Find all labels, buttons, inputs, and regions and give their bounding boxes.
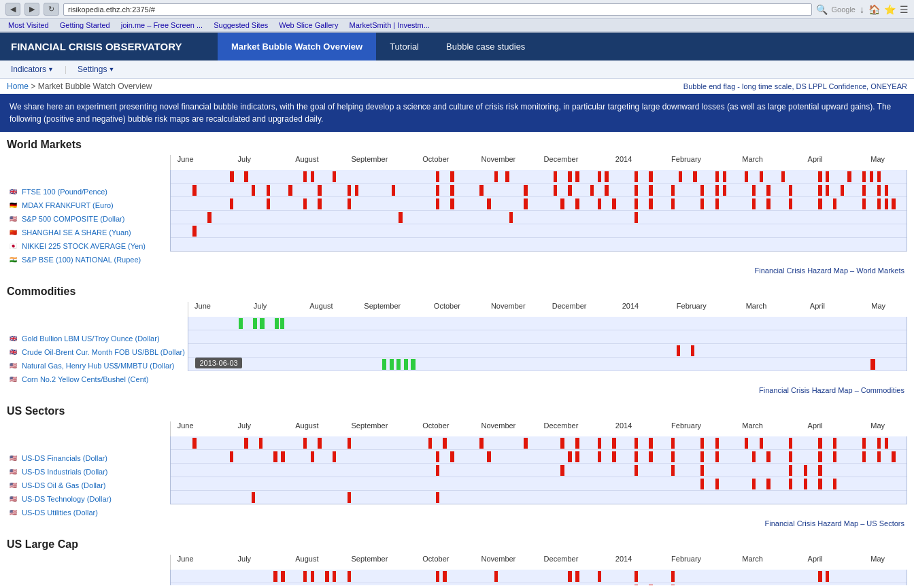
row-label-utilities[interactable]: 🇺🇸US-DS Utilities (Dollar) (7, 506, 170, 519)
world-markets-heatmap (170, 170, 907, 252)
nav-market-bubble[interactable]: Market Bubble Watch Overview (218, 33, 376, 60)
bookmark-most-visited[interactable]: Most Visited (4, 20, 53, 30)
timeline-header-lc: June July August September October Novem… (170, 555, 907, 570)
us-sectors-heatmap (170, 436, 907, 504)
heatmap-row-sp500 (171, 197, 907, 211)
row-label-spbse[interactable]: 🇮🇳S&P BSE (100) NATIONAL (Rupee) (7, 253, 170, 266)
row-label-technology[interactable]: 🇺🇸US-DS Technology (Dollar) (7, 492, 170, 506)
indicators-label: Indicators (11, 65, 46, 74)
commodities-section: Commodities 🇬🇧Gold Bullion LBM US/Troy O… (0, 279, 914, 394)
us-sectors-chart: 🇺🇸US-DS Financials (Dollar) 🇺🇸US-DS Indu… (7, 421, 907, 528)
world-markets-grid: June July August September October Novem… (170, 155, 907, 266)
heatmap-row-oil (188, 330, 907, 344)
commodities-chart: 🇬🇧Gold Bullion LBM US/Troy Ounce (Dollar… (7, 302, 907, 394)
us-large-cap-grid: June July August September October Novem… (170, 555, 907, 585)
us-large-cap-chart: 🇺🇸BANK OF AMERICA (Dollar) 🇺🇸GENERAL ELE… (7, 555, 907, 585)
us-sectors-grid: June July August September October Novem… (170, 421, 907, 519)
bookmark-web-slice[interactable]: Web Slice Gallery (275, 20, 342, 30)
bookmark-getting-started[interactable]: Getting Started (56, 20, 114, 30)
bookmarks-bar: Most Visited Getting Started join.me – F… (0, 19, 914, 32)
row-label-nikkei[interactable]: 🇯🇵NIKKEI 225 STOCK AVERAGE (Yen) (7, 239, 170, 253)
breadcrumb: Home > Market Bubble Watch Overview (7, 82, 152, 91)
tooltip-date: 2013-06-03 (195, 358, 241, 368)
us-sectors-title: US Sectors (7, 405, 907, 417)
bookmark-marketsmith[interactable]: MarketSmith | Investm... (345, 20, 434, 30)
timeline-header-us: June July August September October Novem… (170, 421, 907, 436)
main-nav: Market Bubble Watch Overview Tutorial Bu… (218, 33, 539, 60)
world-markets-section: World Markets 🇬🇧FTSE 100 (Pound/Pence) 🇩… (0, 132, 914, 275)
settings-label: Settings (78, 65, 107, 74)
heatmap-row-ftse (171, 170, 907, 184)
heatmap-row-gold (188, 317, 907, 330)
url-field[interactable] (63, 3, 812, 16)
settings-arrow: ▼ (108, 66, 114, 73)
nav-bubble-cases[interactable]: Bubble case studies (433, 33, 539, 60)
info-banner: We share here an experiment presenting n… (0, 94, 914, 132)
menu-icon: ☰ (900, 4, 909, 15)
browser-chrome: ◀ ▶ ↻ 🔍 Google ↓ 🏠 ⭐ ☰ Most Visited Gett… (0, 0, 914, 33)
site-title: FINANCIAL CRISIS OBSERVATORY (0, 33, 218, 60)
world-markets-chart: 🇬🇧FTSE 100 (Pound/Pence) 🇩🇪MDAX FRANKFUR… (7, 155, 907, 275)
bookmark-suggested[interactable]: Suggested Sites (209, 20, 272, 30)
row-label-mdax[interactable]: 🇩🇪MDAX FRANKFURT (Euro) (7, 198, 170, 212)
heatmap-row-util (171, 491, 907, 504)
heatmap-row-mdax (171, 184, 907, 197)
heatmap-row-shanghai (171, 211, 907, 224)
commodities-chart-label: Financial Crisis Hazard Map – Commoditie… (7, 386, 907, 394)
heatmap-row-gas (188, 344, 907, 358)
row-label-gas[interactable]: 🇺🇸Natural Gas, Henry Hub US$/MMBTU (Doll… (7, 359, 188, 373)
timeline-header-comm: June July August September October Novem… (188, 302, 907, 317)
reload-button[interactable]: ↻ (44, 3, 59, 16)
commodities-grid: June July August September October Novem… (188, 302, 907, 386)
nav-tutorial[interactable]: Tutorial (376, 33, 433, 60)
us-large-cap-heatmap (170, 570, 907, 585)
world-markets-chart-label: Financial Crisis Hazard Map – World Mark… (7, 266, 907, 275)
search-icon: 🔍 (816, 4, 828, 15)
settings-menu[interactable]: Settings ▼ (73, 63, 118, 75)
commodities-labels: 🇬🇧Gold Bullion LBM US/Troy Ounce (Dollar… (7, 302, 188, 386)
refresh-icon: ↓ (860, 4, 864, 15)
row-label-gold[interactable]: 🇬🇧Gold Bullion LBM US/Troy Ounce (Dollar… (7, 332, 188, 345)
heatmap-row-nikkei (171, 224, 907, 238)
heatmap-row-ind (171, 450, 907, 464)
row-label-oil[interactable]: 🇬🇧Crude Oil-Brent Cur. Month FOB US/BBL … (7, 345, 188, 359)
home-icon: 🏠 (868, 4, 880, 15)
timeline-header-wm: June July August September October Novem… (170, 155, 907, 170)
row-label-industrials[interactable]: 🇺🇸US-DS Industrials (Dollar) (7, 465, 170, 479)
row-label-shanghai[interactable]: 🇨🇳SHANGHAI SE A SHARE (Yuan) (7, 226, 170, 239)
breadcrumb-current: Market Bubble Watch Overview (38, 82, 152, 91)
page-content: Home > Market Bubble Watch Overview Bubb… (0, 79, 914, 585)
us-sectors-section: US Sectors 🇺🇸US-DS Financials (Dollar) 🇺… (0, 398, 914, 528)
back-button[interactable]: ◀ (5, 3, 20, 16)
heatmap-row-spbse (171, 238, 907, 252)
row-label-corn[interactable]: 🇺🇸Corn No.2 Yellow Cents/Bushel (Cent) (7, 373, 188, 386)
us-large-cap-title: US Large Cap (7, 538, 907, 551)
bookmark-joinme[interactable]: join.me – Free Screen ... (117, 20, 207, 30)
heatmap-row-oilgas (171, 464, 907, 477)
row-label-boa[interactable]: 🇺🇸BANK OF AMERICA (Dollar) (7, 585, 170, 585)
breadcrumb-bar: Home > Market Bubble Watch Overview Bubb… (0, 79, 914, 94)
indicators-menu[interactable]: Indicators ▼ (7, 63, 58, 75)
star-icon: ⭐ (884, 4, 896, 15)
commodities-title: Commodities (7, 286, 907, 298)
world-markets-title: World Markets (7, 139, 907, 151)
breadcrumb-home[interactable]: Home (7, 82, 29, 91)
top-link[interactable]: Bubble end flag - long time scale, DS LP… (683, 82, 907, 90)
row-label-oil-gas[interactable]: 🇺🇸US-DS Oil & Gas (Dollar) (7, 479, 170, 492)
us-sectors-labels: 🇺🇸US-DS Financials (Dollar) 🇺🇸US-DS Indu… (7, 421, 170, 519)
row-label-financials[interactable]: 🇺🇸US-DS Financials (Dollar) (7, 451, 170, 465)
sub-nav: Indicators ▼ | Settings ▼ (0, 60, 914, 79)
heatmap-row-tech (171, 477, 907, 491)
heatmap-row-corn (188, 358, 907, 371)
row-label-ftse[interactable]: 🇬🇧FTSE 100 (Pound/Pence) (7, 185, 170, 198)
indicators-arrow: ▼ (48, 66, 54, 73)
heatmap-row-boa (171, 570, 907, 583)
row-label-sp500[interactable]: 🇺🇸S&P 500 COMPOSITE (Dollar) (7, 212, 170, 226)
us-large-cap-section: US Large Cap 🇺🇸BANK OF AMERICA (Dollar) … (0, 532, 914, 585)
commodities-heatmap: 2013-06-03 (188, 317, 907, 371)
forward-button[interactable]: ▶ (24, 3, 39, 16)
us-large-cap-labels: 🇺🇸BANK OF AMERICA (Dollar) 🇺🇸GENERAL ELE… (7, 555, 170, 585)
search-field: Google (832, 5, 856, 14)
address-bar: ◀ ▶ ↻ 🔍 Google ↓ 🏠 ⭐ ☰ (0, 0, 914, 19)
world-markets-labels: 🇬🇧FTSE 100 (Pound/Pence) 🇩🇪MDAX FRANKFUR… (7, 155, 170, 266)
